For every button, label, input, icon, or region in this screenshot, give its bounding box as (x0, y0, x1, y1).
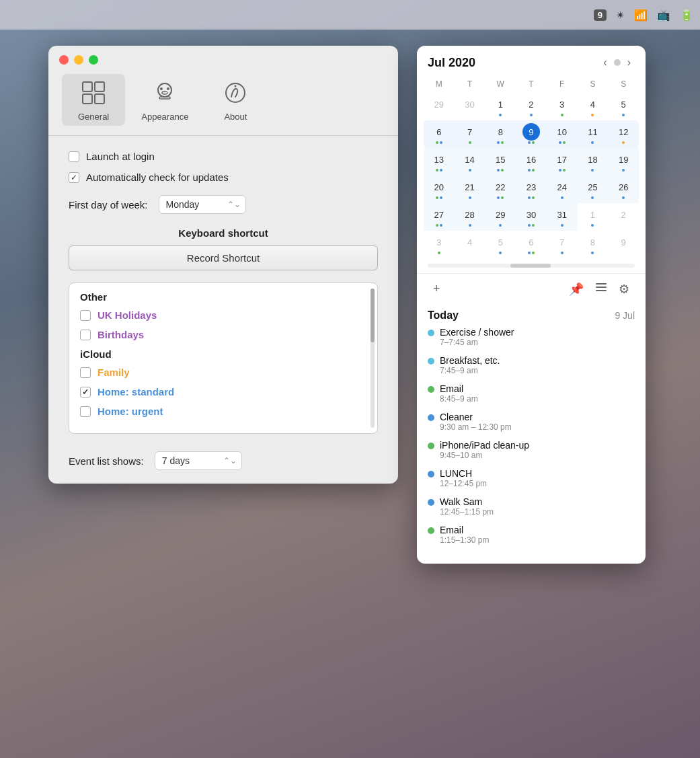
calendar-day-1[interactable]: 1 (485, 93, 516, 120)
event-item[interactable]: Walk Sam12:45–1:15 pm (428, 496, 635, 517)
calendar-day-19[interactable]: 19 (608, 148, 639, 176)
first-day-select[interactable]: Monday Sunday Saturday (159, 195, 246, 214)
calendar-day-14[interactable]: 14 (455, 148, 485, 176)
wifi-icon: 📶 (634, 9, 648, 22)
event-item[interactable]: Cleaner9:30 am – 12:30 pm (428, 412, 635, 432)
calendar-day-30[interactable]: 30 (516, 203, 547, 231)
svg-rect-0 (83, 82, 92, 91)
calendar-day-7-other[interactable]: 7 (547, 231, 578, 258)
list-view-button[interactable] (589, 278, 613, 300)
event-item[interactable]: LUNCH12–12:45 pm (428, 468, 635, 488)
tab-general[interactable]: General (62, 74, 125, 126)
calendar-day-5-other[interactable]: 5 (485, 231, 516, 258)
calendar-day-18[interactable]: 18 (578, 148, 609, 176)
calendar-day-2[interactable]: 2 (516, 93, 547, 120)
calendar-day-6[interactable]: 6 (424, 120, 455, 148)
event-content: Email1:15–1:30 pm (440, 525, 489, 545)
home-standard-checkbox[interactable] (80, 387, 91, 397)
event-title: Exercise / shower (440, 327, 514, 338)
calendar-day-10[interactable]: 10 (547, 120, 578, 148)
tab-about-label: About (224, 112, 247, 122)
calendar-day-13[interactable]: 13 (424, 148, 455, 176)
calendar-day-29-other[interactable]: 29 (424, 93, 455, 120)
other-group-title: Other (80, 291, 366, 303)
settings-button[interactable]: ⚙ (613, 279, 635, 299)
calendar-day-28[interactable]: 28 (455, 203, 485, 231)
svg-point-4 (158, 83, 171, 97)
pin-button[interactable]: 📌 (563, 279, 589, 299)
calendar-day-20[interactable]: 20 (424, 176, 455, 203)
minimize-button[interactable] (74, 55, 83, 65)
calendar-day-1-other[interactable]: 1 (578, 203, 609, 231)
calendar-day-11[interactable]: 11 (578, 120, 609, 148)
birthdays-label: Birthdays (98, 329, 144, 340)
calendar-day-26[interactable]: 26 (608, 176, 639, 203)
calendar-today-dot[interactable] (614, 59, 621, 66)
event-item[interactable]: Exercise / shower7–7:45 am (428, 327, 635, 347)
calendar-day-21[interactable]: 21 (455, 176, 485, 203)
tab-appearance[interactable]: Appearance (125, 74, 204, 126)
calendar-day-4[interactable]: 4 (578, 93, 609, 120)
tab-about[interactable]: About (204, 74, 266, 126)
scrollbar-thumb[interactable] (371, 289, 375, 342)
event-title: Email (440, 383, 478, 394)
record-shortcut-button[interactable]: Record Shortcut (69, 245, 378, 270)
calendar-day-15[interactable]: 15 (485, 148, 516, 176)
calendar-day-3[interactable]: 3 (547, 93, 578, 120)
birthdays-checkbox[interactable] (80, 330, 91, 340)
menubar: 9 ✴ 📶 📺 🔋 (0, 0, 700, 30)
calendar-day-4-other[interactable]: 4 (455, 231, 485, 258)
event-list-select[interactable]: 7 days 1 day 3 days 14 days 30 days (155, 451, 242, 470)
events-today-date: 9 Jul (615, 310, 635, 321)
calendar-day-9[interactable]: 9 (516, 120, 547, 148)
event-title: Cleaner (440, 412, 512, 422)
calendar-day-3-other[interactable]: 3 (424, 231, 455, 258)
event-time: 8:45–9 am (440, 394, 478, 404)
tab-general-label: General (78, 112, 109, 122)
add-event-button[interactable]: + (428, 279, 446, 299)
calendar-next-button[interactable]: › (623, 55, 635, 70)
event-item[interactable]: Email1:15–1:30 pm (428, 525, 635, 545)
calendar-day-30-other[interactable]: 30 (455, 93, 485, 120)
events-list: Today 9 Jul Exercise / shower7–7:45 amBr… (417, 307, 646, 564)
event-item[interactable]: iPhone/iPad clean-up9:45–10 am (428, 440, 635, 460)
calendar-day-31[interactable]: 31 (547, 203, 578, 231)
auto-update-checkbox[interactable] (69, 172, 79, 183)
calendar-scroll-thumb[interactable] (510, 264, 551, 268)
calendar-prev-button[interactable]: ‹ (599, 55, 611, 70)
general-icon (79, 78, 108, 108)
calendar-day-9-other[interactable]: 9 (608, 231, 639, 258)
calendar-day-29[interactable]: 29 (485, 203, 516, 231)
launch-at-login-checkbox[interactable] (69, 151, 79, 162)
event-time: 12–12:45 pm (440, 479, 487, 488)
calendar-day-17[interactable]: 17 (547, 148, 578, 176)
calendar-day-7[interactable]: 7 (455, 120, 485, 148)
calendar-day-8-other[interactable]: 8 (578, 231, 609, 258)
uk-holidays-item: UK Holidays (80, 309, 366, 321)
calendar-day-16[interactable]: 16 (516, 148, 547, 176)
svg-rect-2 (83, 94, 92, 104)
calendar-day-5[interactable]: 5 (608, 93, 639, 120)
event-content: iPhone/iPad clean-up9:45–10 am (440, 440, 529, 460)
maximize-button[interactable] (89, 55, 98, 65)
bluetooth-icon: ✴ (616, 9, 625, 22)
calendar-day-23[interactable]: 23 (516, 176, 547, 203)
airplay-icon: 📺 (657, 9, 670, 22)
uk-holidays-checkbox[interactable] (80, 310, 91, 321)
calendar-day-2-other[interactable]: 2 (608, 203, 639, 231)
close-button[interactable] (59, 55, 69, 65)
calendar-day-12[interactable]: 12 (608, 120, 639, 148)
calendar-day-27[interactable]: 27 (424, 203, 455, 231)
calendar-day-25[interactable]: 25 (578, 176, 609, 203)
event-item[interactable]: Breakfast, etc.7:45–9 am (428, 355, 635, 375)
event-color-dot (428, 471, 434, 478)
event-list-select-wrapper: 7 days 1 day 3 days 14 days 30 days ⌃⌄ (155, 451, 242, 470)
home-urgent-checkbox[interactable] (80, 406, 91, 417)
calendar-day-6-other[interactable]: 6 (516, 231, 547, 258)
event-item[interactable]: Email8:45–9 am (428, 383, 635, 404)
calendar-day-24[interactable]: 24 (547, 176, 578, 203)
first-day-row: First day of week: Monday Sunday Saturda… (69, 195, 378, 214)
calendar-day-22[interactable]: 22 (485, 176, 516, 203)
calendar-day-8[interactable]: 8 (485, 120, 516, 148)
family-checkbox[interactable] (80, 367, 91, 378)
